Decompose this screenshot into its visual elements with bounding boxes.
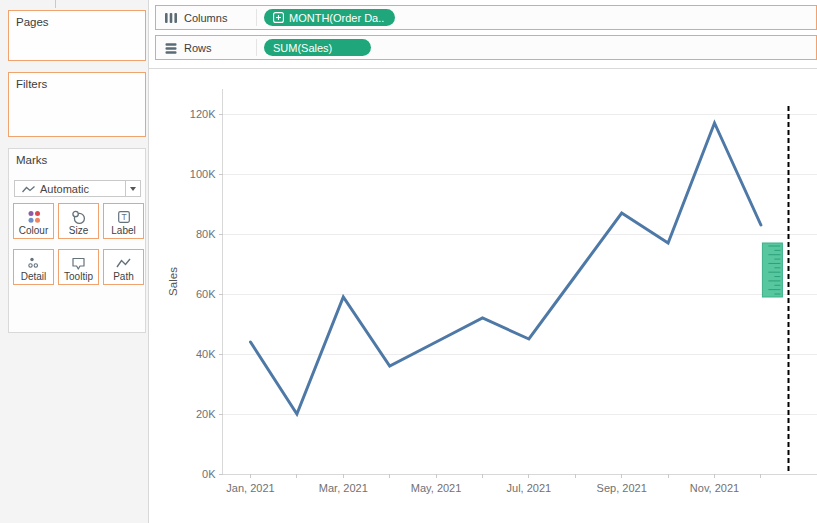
columns-pill-label: MONTH(Order Da.. xyxy=(289,12,384,24)
shelf-divider xyxy=(256,39,257,56)
size-button[interactable]: Size xyxy=(58,203,99,239)
x-axis-label: Jan, 2021 xyxy=(226,482,274,494)
x-axis-label: May, 2021 xyxy=(411,482,462,494)
marks-buttons-row-2: Detail Tooltip Path xyxy=(13,249,144,285)
x-axis-label: Mar, 2021 xyxy=(319,482,368,494)
marks-buttons-row-1: Colour Size T xyxy=(13,203,144,239)
worksheet-view: 0K20K40K60K80K100K120KJan, 2021Mar, 2021… xyxy=(149,68,817,523)
line-mark-icon xyxy=(21,184,36,194)
colour-button[interactable]: Colour xyxy=(13,203,54,239)
label-text-icon: T xyxy=(116,209,132,225)
expand-plus-icon[interactable] xyxy=(273,12,284,23)
path-button[interactable]: Path xyxy=(103,249,144,285)
y-axis-label: 100K xyxy=(190,168,216,180)
colour-dots-icon xyxy=(26,209,42,225)
y-axis-label: 20K xyxy=(196,408,216,420)
y-axis-label: 80K xyxy=(196,228,216,240)
columns-icon xyxy=(164,11,178,25)
detail-dots-icon xyxy=(26,255,42,271)
rows-pill-label: SUM(Sales) xyxy=(273,42,332,54)
sales-line[interactable] xyxy=(251,123,761,414)
columns-shelf[interactable]: Columns MONTH(Order Da.. xyxy=(155,5,817,30)
filters-shelf-label: Filters xyxy=(9,73,145,90)
sidebar: Pages Filters Marks Automatic xyxy=(0,0,149,523)
marks-card: Marks Automatic xyxy=(8,148,146,333)
y-axis-label: 120K xyxy=(190,108,216,120)
x-axis-label: Nov, 2021 xyxy=(690,482,739,494)
y-axis-title: Sales xyxy=(167,267,179,296)
label-button[interactable]: T Label xyxy=(103,203,144,239)
worksheet-area: Columns MONTH(Order Da.. Rows xyxy=(149,0,817,523)
svg-text:T: T xyxy=(121,212,126,222)
shelf-divider xyxy=(256,9,257,26)
sales-line-chart[interactable]: 0K20K40K60K80K100K120KJan, 2021Mar, 2021… xyxy=(149,69,817,523)
tooltip-button[interactable]: Tooltip xyxy=(58,249,99,285)
size-circles-icon xyxy=(70,209,87,225)
columns-shelf-label: Columns xyxy=(184,12,256,24)
chevron-down-icon xyxy=(130,187,136,191)
mark-type-dropdown[interactable]: Automatic xyxy=(14,180,141,197)
y-axis-label: 0K xyxy=(202,468,216,480)
path-zigzag-icon xyxy=(115,255,132,271)
rows-shelf-label: Rows xyxy=(184,42,256,54)
y-axis-label: 40K xyxy=(196,348,216,360)
y-axis-label: 60K xyxy=(196,288,216,300)
pages-shelf-label: Pages xyxy=(9,11,145,28)
columns-pill-month-order-date[interactable]: MONTH(Order Da.. xyxy=(264,9,395,26)
drop-indicator[interactable] xyxy=(762,243,782,297)
rows-icon xyxy=(164,41,178,55)
tooltip-bubble-icon xyxy=(70,255,87,271)
detail-button[interactable]: Detail xyxy=(13,249,54,285)
rows-pill-sum-sales[interactable]: SUM(Sales) xyxy=(264,39,371,56)
x-axis-label: Jul, 2021 xyxy=(507,482,552,494)
toolbar-divider xyxy=(55,0,56,8)
tableau-worksheet: Pages Filters Marks Automatic xyxy=(0,0,817,523)
x-axis-label: Sep, 2021 xyxy=(597,482,647,494)
mark-type-value: Automatic xyxy=(40,183,125,195)
filters-shelf[interactable]: Filters xyxy=(8,72,146,137)
pages-shelf[interactable]: Pages xyxy=(8,10,146,61)
marks-card-label: Marks xyxy=(9,149,145,166)
mark-type-caret-button[interactable] xyxy=(125,181,140,196)
rows-shelf[interactable]: Rows SUM(Sales) xyxy=(155,35,817,60)
